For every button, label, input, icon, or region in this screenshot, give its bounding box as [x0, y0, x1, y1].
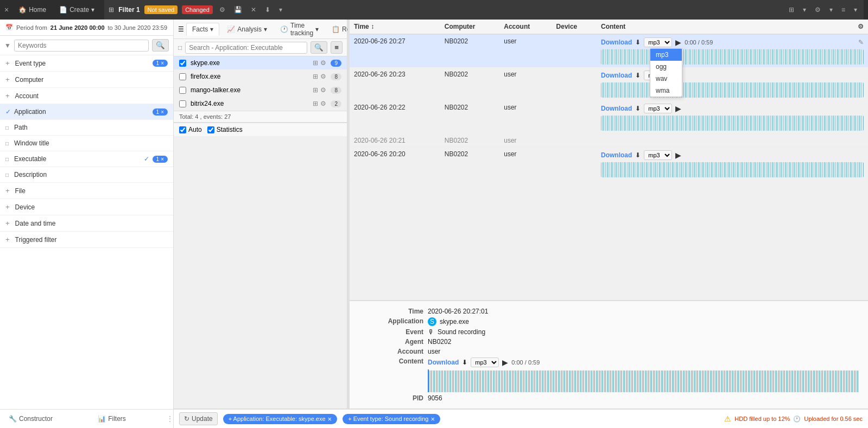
top-bar: × 🏠 Home 📄 Create ▾ ⊞ Filter 1 Not saved…: [0, 0, 868, 20]
close-filter-tag-icon[interactable]: ×: [328, 415, 332, 423]
table-row[interactable]: 2020-06-26 20:27 NB0202 user Download: [350, 34, 868, 68]
sidebar-item-executable[interactable]: □ Executable ✓ 1 ×: [0, 151, 173, 167]
keywords-input[interactable]: [14, 40, 149, 52]
download-button[interactable]: Download: [601, 39, 632, 46]
cell-account: user: [499, 101, 552, 134]
resize-handle[interactable]: ⋮: [167, 415, 169, 423]
cell-account: user: [499, 34, 552, 68]
plus-icon: +: [5, 187, 10, 195]
statistics-checkbox[interactable]: [207, 126, 214, 133]
app-search-input[interactable]: [185, 42, 307, 54]
home-button[interactable]: 🏠 Home: [15, 4, 49, 16]
format-select[interactable]: mp3oggwavwma: [644, 150, 672, 160]
app-item-skype[interactable]: skype.exe ⊞ ⚙ 9: [174, 56, 347, 70]
app-icon2: ⚙: [320, 86, 326, 94]
app-checkbox-skype[interactable]: [179, 60, 186, 67]
download-button[interactable]: Download: [601, 151, 632, 159]
plus-icon: +: [5, 203, 10, 211]
app-item-bitrix[interactable]: bitrix24.exe ⊞ ⚙ 2: [174, 97, 347, 111]
cell-device: [552, 101, 597, 134]
close-icon[interactable]: ×: [4, 5, 9, 14]
chevron-down-icon[interactable]: ▾: [277, 5, 284, 15]
app-item-firefox[interactable]: firefox.exe ⊞ ⚙ 8: [174, 70, 347, 84]
sidebar-item-computer[interactable]: + Computer: [0, 72, 173, 88]
chevron-down-icon3[interactable]: ▾: [827, 5, 835, 15]
sidebar-item-description[interactable]: □ Description: [0, 167, 173, 183]
sidebar-item-triggered-filter[interactable]: + Triggered filter: [0, 232, 173, 248]
format-option-wav[interactable]: wav: [650, 73, 682, 85]
play-button[interactable]: ▶: [675, 104, 681, 113]
detail-pid-label: PID: [358, 394, 423, 402]
sidebar-item-device[interactable]: + Device: [0, 199, 173, 215]
th-computer[interactable]: Computer: [440, 20, 499, 34]
app-checkbox-mango[interactable]: [179, 87, 186, 94]
menu-icon[interactable]: ≡: [839, 5, 847, 15]
detail-play-button[interactable]: ▶: [502, 358, 508, 367]
sidebar-item-window-title[interactable]: □ Window title: [0, 136, 173, 151]
table-row[interactable]: 2020-06-26 20:21 NB0202 user: [350, 134, 868, 148]
sidebar-item-event-type[interactable]: + Event type 1 ×: [0, 55, 173, 72]
filter-tag-event-type[interactable]: + Event type: Sound recording ×: [343, 414, 440, 424]
constructor-button[interactable]: 🔧 Constructor: [4, 413, 57, 425]
download-button[interactable]: Download: [601, 105, 632, 112]
table-row[interactable]: 2020-06-26 20:22 NB0202 user Download: [350, 101, 868, 134]
app-icon2: ⚙: [320, 100, 326, 107]
app-list: skype.exe ⊞ ⚙ 9 firefox.exe ⊞: [174, 56, 347, 111]
keywords-search-button[interactable]: 🔍: [152, 39, 169, 52]
tab-time-tracking[interactable]: 🕐 Time tracking ▾: [275, 20, 324, 39]
content-settings-icon[interactable]: ⚙: [858, 23, 864, 30]
create-button[interactable]: 📄 Create ▾: [56, 4, 98, 16]
filter-tag-application[interactable]: + Application: Executable: skype.exe ×: [223, 414, 337, 424]
table-row[interactable]: 2020-06-26 20:20 NB0202 user Download: [350, 148, 868, 181]
app-checkbox-firefox[interactable]: [179, 73, 186, 80]
download-icon[interactable]: ⬇: [263, 5, 273, 15]
format-option-ogg[interactable]: ogg: [650, 61, 682, 73]
th-content[interactable]: Content ⚙: [597, 20, 868, 34]
close-filter-icon[interactable]: ✕: [249, 5, 258, 15]
edit-icon[interactable]: ✎: [858, 39, 864, 46]
sidebar-item-date-time[interactable]: + Date and time: [0, 215, 173, 232]
th-device[interactable]: Device: [552, 20, 597, 34]
sidebar-item-file[interactable]: + File: [0, 183, 173, 199]
app-item-mango[interactable]: mango-talker.exe ⊞ ⚙ 8: [174, 84, 347, 97]
th-time[interactable]: Time ↕: [350, 20, 440, 34]
settings-icon[interactable]: ⚙: [217, 5, 227, 15]
app-menu-button[interactable]: ≡: [331, 41, 343, 54]
close-filter-tag-icon[interactable]: ×: [430, 415, 435, 423]
file-icon: 📄: [59, 6, 67, 14]
sidebar-item-account[interactable]: + Account: [0, 88, 173, 104]
cell-account: user: [499, 148, 552, 181]
format-select[interactable]: mp3oggwavwma: [644, 104, 672, 113]
chevron-down-icon2[interactable]: ▾: [801, 5, 808, 15]
tab-analysis[interactable]: 📈 Analysis ▾: [221, 23, 273, 35]
sidebar-item-path[interactable]: □ Path: [0, 120, 173, 136]
filters-button[interactable]: 📊 Filters: [93, 413, 130, 425]
gear-icon[interactable]: ⚙: [813, 5, 823, 15]
table-row[interactable]: 2020-06-26 20:23 NB0202 user Download: [350, 68, 868, 101]
chevron-down-icon4[interactable]: ▾: [852, 5, 859, 15]
th-account[interactable]: Account: [499, 20, 552, 34]
detail-format-select[interactable]: mp3oggwavwma: [471, 357, 499, 367]
download-button[interactable]: Download: [601, 72, 632, 79]
save-icon[interactable]: 💾: [232, 5, 244, 15]
format-select[interactable]: mp3 ogg wav wma: [644, 37, 672, 47]
statistics-checkbox-label[interactable]: Statistics: [207, 126, 243, 133]
detail-download-icon: ⬇: [462, 359, 467, 366]
update-button[interactable]: ↻ Update: [179, 412, 218, 425]
square-icon: □: [5, 140, 9, 146]
square-icon: □: [5, 172, 9, 178]
play-button[interactable]: ▶: [675, 38, 681, 47]
auto-checkbox-label[interactable]: Auto: [179, 126, 202, 133]
detail-grid: Time 2020-06-26 20:27:01 Application S s…: [358, 308, 859, 402]
format-option-wma[interactable]: wma: [650, 85, 682, 97]
app-checkbox-bitrix[interactable]: [179, 100, 186, 107]
format-option-mp3[interactable]: mp3: [650, 49, 682, 61]
download-icon: ⬇: [635, 72, 641, 79]
app-search-button[interactable]: 🔍: [311, 41, 327, 54]
detail-download-button[interactable]: Download: [428, 359, 459, 366]
tab-facts[interactable]: Facts ▾: [186, 23, 219, 36]
play-button[interactable]: ▶: [675, 151, 681, 159]
auto-checkbox[interactable]: [179, 126, 186, 133]
grid-view-icon[interactable]: ⊞: [787, 5, 796, 15]
sidebar-item-application[interactable]: ✓ Application 1 ×: [0, 104, 173, 120]
